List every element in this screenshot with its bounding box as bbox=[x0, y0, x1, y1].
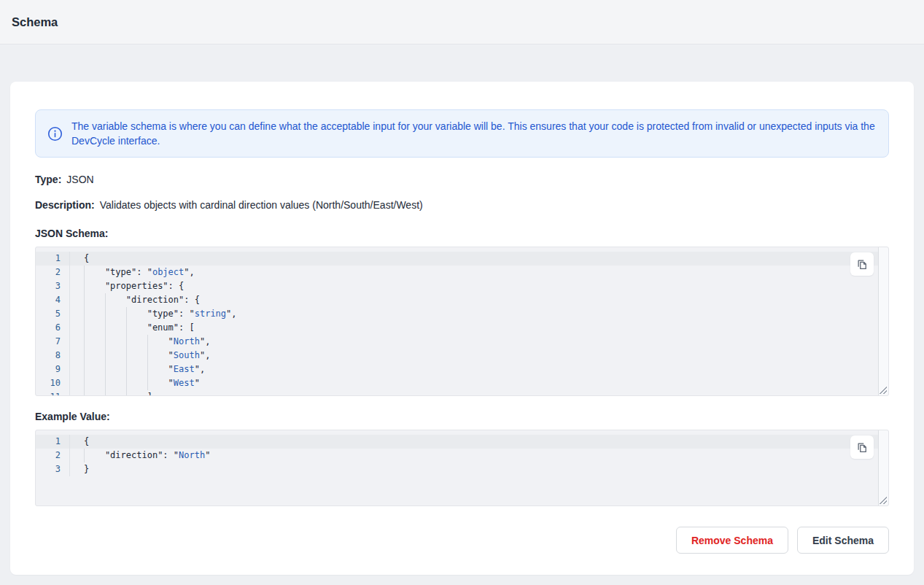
code-line: 5"type": "string", bbox=[36, 307, 888, 321]
indent-guide bbox=[126, 307, 147, 321]
code-line: 3"properties": { bbox=[36, 279, 888, 293]
code-line: 1{ bbox=[36, 435, 888, 449]
indent-guide bbox=[126, 363, 147, 376]
code-line: 8"South", bbox=[36, 349, 888, 363]
schema-card: The variable schema is where you can def… bbox=[10, 82, 914, 575]
indent-guide bbox=[84, 335, 105, 349]
page-header: Schema bbox=[0, 0, 924, 44]
indent-guide bbox=[126, 376, 147, 390]
indent-guide bbox=[147, 335, 168, 349]
copy-button[interactable] bbox=[850, 435, 874, 459]
indent-guide bbox=[126, 321, 147, 335]
indent-guide bbox=[147, 376, 168, 390]
indent-guide bbox=[84, 349, 105, 363]
line-number: 3 bbox=[36, 279, 70, 293]
copy-icon bbox=[855, 441, 869, 454]
line-number: 11 bbox=[36, 390, 70, 396]
info-circle-icon bbox=[47, 126, 63, 142]
indent-guide bbox=[84, 279, 105, 293]
code-line: 1{ bbox=[36, 252, 888, 266]
json-schema-code: 1{2"type": "object",3"properties": {4"di… bbox=[36, 247, 888, 396]
line-number: 1 bbox=[36, 435, 70, 449]
json-schema-editor[interactable]: 1{2"type": "object",3"properties": {4"di… bbox=[35, 247, 889, 396]
line-number: 7 bbox=[36, 335, 70, 349]
page-title: Schema bbox=[12, 15, 58, 29]
edit-schema-button[interactable]: Edit Schema bbox=[797, 527, 889, 554]
copy-button[interactable] bbox=[850, 252, 874, 276]
indent-guide bbox=[84, 307, 105, 321]
indent-guide bbox=[105, 390, 126, 396]
indent-guide bbox=[84, 293, 105, 307]
indent-guide bbox=[105, 349, 126, 363]
code-line: 10"West" bbox=[36, 376, 888, 390]
info-alert: The variable schema is where you can def… bbox=[35, 109, 889, 158]
editor-scrollbar[interactable] bbox=[878, 247, 888, 395]
line-number: 1 bbox=[36, 252, 70, 266]
description-label: Description: bbox=[35, 199, 95, 211]
code-line: 3} bbox=[36, 462, 888, 476]
indent-guide bbox=[105, 293, 126, 307]
indent-guide bbox=[84, 266, 105, 279]
copy-icon bbox=[855, 257, 869, 271]
alert-text: The variable schema is where you can def… bbox=[71, 119, 877, 148]
indent-guide bbox=[126, 390, 147, 396]
description-row: Description:Validates objects with cardi… bbox=[35, 198, 889, 213]
line-number: 5 bbox=[36, 307, 70, 321]
line-number: 10 bbox=[36, 376, 70, 390]
type-row: Type:JSON bbox=[35, 172, 889, 187]
indent-guide bbox=[126, 349, 147, 363]
example-value-editor[interactable]: 1{2"direction": "North"3} bbox=[35, 430, 889, 506]
indent-guide bbox=[84, 363, 105, 376]
indent-guide bbox=[147, 349, 168, 363]
line-number: 6 bbox=[36, 321, 70, 335]
code-line: 9"East", bbox=[36, 363, 888, 376]
indent-guide bbox=[84, 390, 105, 396]
example-value-code: 1{2"direction": "North"3} bbox=[36, 430, 888, 476]
indent-guide bbox=[147, 363, 168, 376]
editor-scrollbar[interactable] bbox=[878, 430, 888, 505]
description-value: Validates objects with cardinal directio… bbox=[100, 199, 423, 211]
line-number: 2 bbox=[36, 266, 70, 279]
footer-buttons: Remove Schema Edit Schema bbox=[35, 527, 889, 554]
json-schema-label: JSON Schema: bbox=[35, 226, 889, 241]
remove-schema-button[interactable]: Remove Schema bbox=[676, 527, 788, 554]
indent-guide bbox=[105, 363, 126, 376]
example-value-label: Example Value: bbox=[35, 409, 889, 425]
indent-guide bbox=[105, 321, 126, 335]
indent-guide bbox=[105, 376, 126, 390]
line-number: 2 bbox=[36, 449, 70, 462]
code-line: 6"enum": [ bbox=[36, 321, 888, 335]
indent-guide bbox=[105, 335, 126, 349]
code-line: 2"direction": "North" bbox=[36, 449, 888, 462]
line-number: 9 bbox=[36, 363, 70, 376]
type-value: JSON bbox=[66, 174, 93, 185]
code-line: 2"type": "object", bbox=[36, 266, 888, 279]
line-number: 4 bbox=[36, 293, 70, 307]
line-number: 3 bbox=[36, 462, 70, 476]
code-line: 7"North", bbox=[36, 335, 888, 349]
code-line: 4"direction": { bbox=[36, 293, 888, 307]
code-line: 11] bbox=[36, 390, 888, 396]
indent-guide bbox=[105, 307, 126, 321]
indent-guide bbox=[84, 376, 105, 390]
type-label: Type: bbox=[35, 174, 61, 185]
indent-guide bbox=[84, 449, 105, 462]
indent-guide bbox=[84, 321, 105, 335]
indent-guide bbox=[126, 335, 147, 349]
line-number: 8 bbox=[36, 349, 70, 363]
